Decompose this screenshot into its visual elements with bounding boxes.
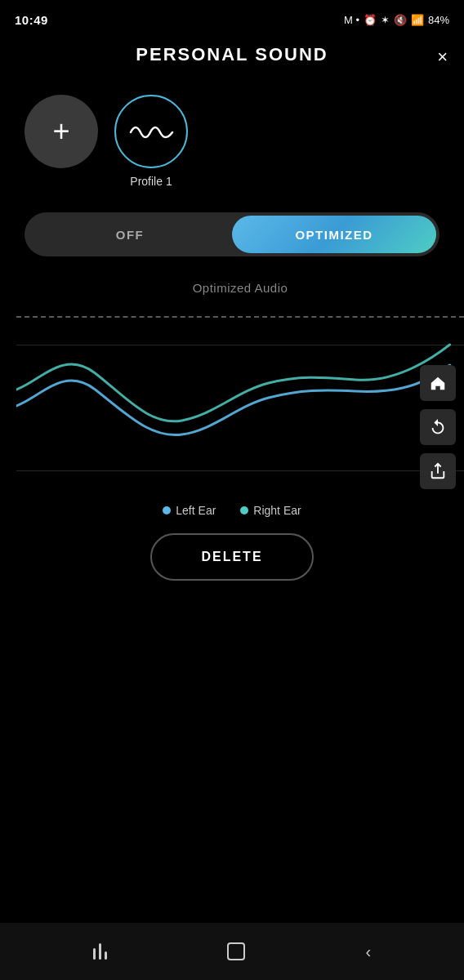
status-icons: M • ⏰ ✶ 🔇 📶 84% — [344, 14, 449, 26]
left-ear-dot — [163, 506, 171, 514]
right-ear-label: Right Ear — [253, 504, 301, 517]
chart-wrapper — [16, 300, 464, 496]
nav-square-icon — [227, 942, 245, 960]
nav-bar-line-3 — [105, 951, 107, 960]
header: PERSONAL SOUND × — [0, 36, 464, 78]
home-side-button[interactable] — [420, 365, 456, 401]
chart-svg — [16, 300, 464, 496]
status-bar: 10:49 M • ⏰ ✶ 🔇 📶 84% — [0, 0, 464, 36]
nav-bars-button[interactable] — [93, 943, 107, 960]
left-ear-label: Left Ear — [176, 504, 216, 517]
mute-icon: 🔇 — [394, 14, 407, 26]
chart-label: Optimized Audio — [16, 281, 464, 295]
toggle-container: OFF OPTIMIZED — [25, 212, 439, 256]
left-ear-legend: Left Ear — [163, 504, 216, 517]
nav-home-button[interactable] — [227, 942, 245, 960]
chart-legend: Left Ear Right Ear — [0, 504, 464, 517]
share-icon — [429, 462, 447, 480]
alarm-icon: ⏰ — [364, 14, 377, 26]
nav-back-icon: ‹ — [366, 942, 372, 961]
home-icon — [429, 374, 447, 392]
add-profile-button[interactable]: + — [25, 95, 98, 168]
nav-bar-line-2 — [99, 943, 101, 960]
undo-icon — [429, 418, 447, 436]
chart-section: Optimized Audio — [0, 281, 464, 496]
nav-bar-line-1 — [93, 948, 96, 960]
bluetooth-icon: ✶ — [381, 14, 390, 26]
right-ear-legend: Right Ear — [240, 504, 301, 517]
profile-label: Profile 1 — [130, 175, 172, 188]
undo-side-button[interactable] — [420, 409, 456, 445]
share-side-button[interactable] — [420, 453, 456, 489]
toggle-optimized-button[interactable]: OPTIMIZED — [232, 216, 436, 253]
wifi-icon: 📶 — [411, 14, 424, 26]
status-time: 10:49 — [15, 13, 48, 27]
right-ear-dot — [240, 506, 248, 514]
nav-bar: ‹ — [0, 923, 464, 980]
profile-item[interactable]: Profile 1 — [114, 95, 188, 188]
close-button[interactable]: × — [437, 47, 448, 68]
carrier-icon: M • — [344, 14, 359, 26]
delete-button[interactable]: DELETE — [150, 533, 313, 581]
profile-section: + Profile 1 — [0, 78, 464, 212]
battery-icon: 84% — [428, 14, 449, 26]
page-title: PERSONAL SOUND — [136, 44, 328, 65]
profile-circle — [114, 95, 188, 168]
profile-wave-icon — [129, 118, 174, 146]
delete-section: DELETE — [0, 533, 464, 581]
side-icons — [420, 365, 456, 489]
dashed-line — [16, 316, 464, 318]
nav-bars-icon — [93, 943, 107, 960]
plus-icon: + — [52, 114, 69, 149]
toggle-off-button[interactable]: OFF — [28, 216, 232, 253]
nav-back-button[interactable]: ‹ — [366, 942, 372, 961]
